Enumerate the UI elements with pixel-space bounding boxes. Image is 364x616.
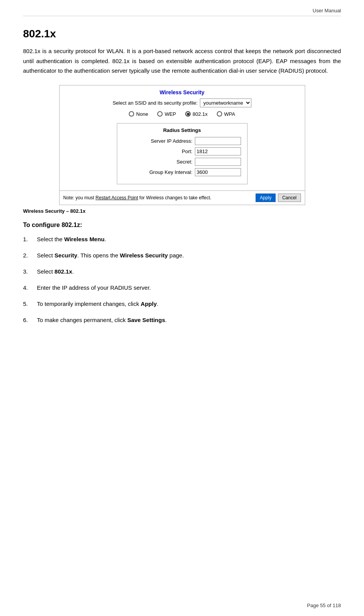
ssid-label: Select an SSID and its security profile:: [113, 100, 198, 106]
group-key-input[interactable]: [195, 168, 241, 176]
port-input[interactable]: [195, 147, 241, 155]
radio-circle-wpa: [217, 111, 222, 117]
step-6: 6. To make changes permanent, click Save…: [23, 316, 341, 325]
radio-wep[interactable]: WEP: [157, 111, 176, 117]
ws-footer-buttons: Apply Cancel: [256, 194, 301, 202]
step-2-bold2: Wireless Security: [120, 252, 168, 259]
configure-heading: To configure 802.1z:: [23, 222, 341, 229]
ws-footer: Note: you must Restart Access Point for …: [60, 190, 305, 205]
radio-8021x[interactable]: 802.1x: [185, 111, 208, 117]
step-3-bold: 802.1x: [55, 268, 72, 275]
header-label: User Manual: [23, 8, 341, 16]
ws-box-title: Wireless Security: [60, 85, 305, 98]
step-2: 2. Select Security. This opens the Wirel…: [23, 251, 341, 260]
step-6-bold: Save Settings: [127, 317, 165, 323]
radio-label-none: None: [136, 111, 148, 117]
page-title: 802.1x: [23, 28, 341, 40]
server-ip-input[interactable]: [195, 137, 241, 145]
step-1-text: Select the Wireless Menu.: [37, 235, 106, 244]
step-3: 3. Select 802.1x.: [23, 267, 341, 276]
secret-input[interactable]: [195, 158, 241, 166]
page-footer: Page 55 of 118: [307, 603, 341, 608]
radio-row: None WEP 802.1x WPA: [60, 111, 305, 117]
caption: Wireless Security – 802.1x: [23, 208, 341, 214]
step-2-text: Select Security. This opens the Wireless…: [37, 251, 184, 260]
server-ip-label: Server IP Address:: [151, 138, 192, 144]
radio-label-wpa: WPA: [224, 111, 235, 117]
step-6-num: 6.: [23, 316, 37, 325]
step-5-num: 5.: [23, 299, 37, 309]
radio-circle-8021x: [185, 111, 191, 117]
steps-list: 1. Select the Wireless Menu. 2. Select S…: [23, 235, 341, 325]
radio-label-wep: WEP: [165, 111, 176, 117]
group-key-label: Group Key Interval:: [150, 169, 193, 175]
radio-none[interactable]: None: [129, 111, 148, 117]
radio-circle-wep: [157, 111, 163, 117]
radius-title: Radius Settings: [123, 127, 241, 133]
restart-ap-link[interactable]: Restart Access Point: [96, 195, 138, 200]
secret-row: Secret:: [123, 158, 241, 166]
ssid-row: Select an SSID and its security profile:…: [60, 98, 305, 107]
step-3-text: Select 802.1x.: [37, 267, 74, 276]
step-3-num: 3.: [23, 267, 37, 276]
step-5: 5. To temporarily implement changes, cli…: [23, 299, 341, 309]
step-5-text: To temporarily implement changes, click …: [37, 299, 158, 309]
wireless-security-box: Wireless Security Select an SSID and its…: [59, 85, 305, 205]
step-4: 4. Enter the IP address of your RADIUS s…: [23, 283, 341, 292]
step-4-text: Enter the IP address of your RADIUS serv…: [37, 283, 151, 292]
server-ip-row: Server IP Address:: [123, 137, 241, 145]
secret-label: Secret:: [176, 159, 192, 165]
port-row: Port:: [123, 147, 241, 155]
ws-footer-note: Note: you must Restart Access Point for …: [63, 195, 211, 200]
cancel-button[interactable]: Cancel: [278, 194, 301, 202]
intro-paragraph: 802.1x is a security protocol for WLAN. …: [23, 46, 341, 76]
apply-button[interactable]: Apply: [256, 194, 276, 202]
step-4-num: 4.: [23, 283, 37, 292]
radius-settings-section: Radius Settings Server IP Address: Port:…: [117, 123, 248, 184]
step-2-bold1: Security: [55, 252, 77, 259]
step-6-text: To make changes permanent, click Save Se…: [37, 316, 167, 325]
group-key-row: Group Key Interval:: [123, 168, 241, 176]
step-1-num: 1.: [23, 235, 37, 244]
step-5-bold: Apply: [141, 300, 157, 307]
step-2-num: 2.: [23, 251, 37, 260]
step-1: 1. Select the Wireless Menu.: [23, 235, 341, 244]
step-1-bold: Wireless Menu: [64, 236, 105, 242]
port-label: Port:: [182, 149, 192, 154]
radio-wpa[interactable]: WPA: [217, 111, 235, 117]
radio-label-8021x: 802.1x: [193, 111, 208, 117]
radio-circle-none: [129, 111, 134, 117]
ssid-select[interactable]: yournetworkname: [200, 98, 251, 107]
